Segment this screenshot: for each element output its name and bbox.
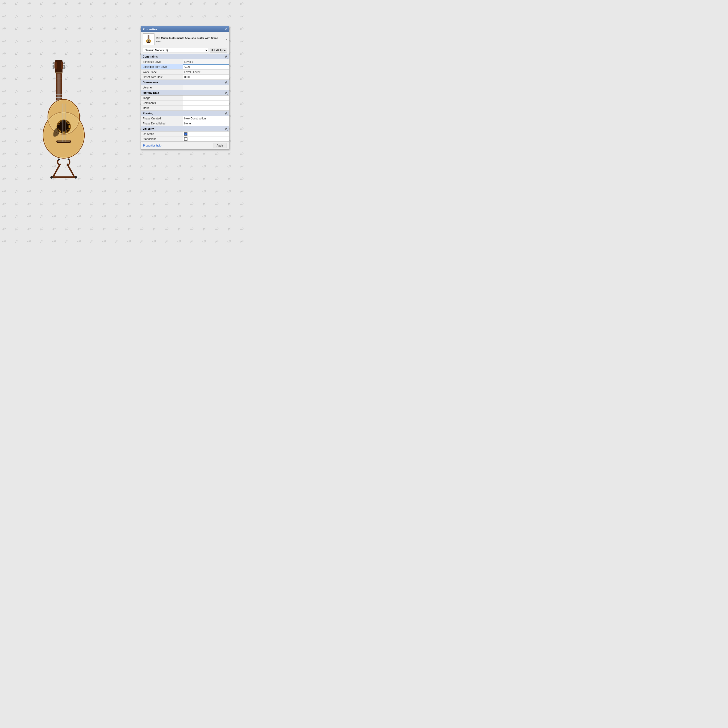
type-selector-area: RD_Music Instruments Acoustic Guitar wit… bbox=[141, 32, 229, 47]
mark-label: Mark bbox=[141, 106, 183, 110]
svg-line-52 bbox=[53, 164, 60, 177]
svg-point-7 bbox=[63, 65, 65, 67]
schedule-level-label: Schedule Level bbox=[141, 60, 183, 64]
schedule-level-row: Schedule Level Level 1 bbox=[141, 60, 229, 64]
phase-created-value: New Construction bbox=[183, 116, 229, 121]
apply-button[interactable]: Apply bbox=[213, 143, 227, 148]
on-stand-label: On Stand bbox=[141, 132, 183, 136]
svg-rect-2 bbox=[61, 62, 63, 69]
type-dropdown-arrow[interactable]: ▼ bbox=[225, 38, 227, 41]
edit-type-icon: ⊞ bbox=[211, 49, 214, 52]
svg-rect-61 bbox=[147, 42, 150, 43]
offset-from-host-value: 0.00 bbox=[183, 75, 229, 80]
panel-footer: Properties help Apply bbox=[141, 142, 229, 150]
identity-data-label: Identity Data bbox=[143, 91, 159, 95]
constraints-label: Constraints bbox=[143, 55, 158, 58]
properties-panel: Properties ✕ RD_Music Instruments Acoust… bbox=[141, 26, 229, 150]
guitar-svg bbox=[27, 57, 100, 184]
phasing-label: Phasing bbox=[143, 112, 153, 115]
volume-row: Volume bbox=[141, 85, 229, 90]
svg-point-5 bbox=[52, 67, 55, 69]
svg-point-6 bbox=[63, 62, 65, 64]
elevation-from-level-value[interactable]: 0.00 bbox=[183, 64, 229, 69]
svg-rect-51 bbox=[50, 176, 77, 178]
svg-rect-1 bbox=[54, 62, 57, 69]
image-value bbox=[183, 96, 229, 100]
svg-point-3 bbox=[52, 62, 55, 64]
phasing-section-header[interactable]: Phasing ⋀ bbox=[141, 110, 229, 116]
on-stand-value[interactable]: ✓ bbox=[183, 132, 229, 136]
constraints-collapse-icon[interactable]: ⋀ bbox=[225, 55, 227, 58]
type-thumbnail bbox=[143, 34, 154, 45]
volume-label: Volume bbox=[141, 85, 183, 90]
elevation-from-level-row: Elevation from Level 0.00 bbox=[141, 64, 229, 70]
image-label: Image bbox=[141, 96, 183, 100]
mark-value[interactable] bbox=[183, 106, 229, 110]
offset-from-host-label: Offset from Host bbox=[141, 75, 183, 80]
work-plane-row: Work Plane Level : Level 1 bbox=[141, 70, 229, 75]
type-name: RD_Music Instruments Acoustic Guitar wit… bbox=[156, 36, 223, 40]
on-stand-row: On Stand ✓ bbox=[141, 132, 229, 136]
svg-point-57 bbox=[67, 158, 70, 161]
phasing-collapse-icon[interactable]: ⋀ bbox=[225, 112, 227, 115]
properties-sections: Constraints ⋀ Schedule Level Level 1 Ele… bbox=[141, 54, 229, 142]
phase-demolished-row: Phase Demolished None bbox=[141, 121, 229, 126]
svg-point-54 bbox=[50, 176, 53, 179]
close-button[interactable]: ✕ bbox=[225, 28, 227, 31]
panel-titlebar: Properties ✕ bbox=[141, 26, 229, 32]
type-material: Wood bbox=[156, 40, 223, 43]
standalone-row: Standalone bbox=[141, 136, 229, 142]
identity-data-collapse-icon[interactable]: ⋀ bbox=[225, 91, 227, 95]
phase-created-row: Phase Created New Construction bbox=[141, 116, 229, 121]
standalone-value[interactable] bbox=[183, 136, 229, 141]
standalone-checkbox[interactable] bbox=[184, 138, 187, 141]
phase-demolished-label: Phase Demolished bbox=[141, 121, 183, 126]
work-plane-value: Level : Level 1 bbox=[183, 70, 229, 74]
comments-label: Comments bbox=[141, 101, 183, 106]
phase-created-label: Phase Created bbox=[141, 116, 183, 121]
offset-from-host-row: Offset from Host 0.00 bbox=[141, 75, 229, 80]
phase-demolished-value: None bbox=[183, 121, 229, 126]
schedule-level-value: Level 1 bbox=[183, 60, 229, 64]
visibility-section-header[interactable]: Visibility ⋀ bbox=[141, 126, 229, 132]
dimensions-collapse-icon[interactable]: ⋀ bbox=[225, 81, 227, 84]
standalone-label: Standalone bbox=[141, 136, 183, 141]
comments-value[interactable] bbox=[183, 101, 229, 106]
svg-point-4 bbox=[52, 65, 55, 67]
edit-type-label: Edit Type bbox=[214, 49, 226, 52]
svg-point-56 bbox=[58, 158, 60, 161]
edit-type-button[interactable]: ⊞ Edit Type bbox=[210, 48, 227, 53]
comments-row: Comments bbox=[141, 101, 229, 106]
svg-point-55 bbox=[75, 176, 77, 179]
image-row: Image bbox=[141, 96, 229, 101]
on-stand-checkbox[interactable]: ✓ bbox=[184, 132, 187, 136]
svg-point-8 bbox=[63, 67, 65, 69]
dimensions-label: Dimensions bbox=[143, 81, 158, 84]
svg-rect-41 bbox=[57, 142, 70, 143]
properties-help-link[interactable]: Properties help bbox=[143, 144, 162, 147]
mark-row: Mark bbox=[141, 106, 229, 110]
work-plane-label: Work Plane bbox=[141, 70, 183, 74]
category-dropdown[interactable]: Generic Models (1) bbox=[143, 48, 208, 53]
svg-rect-42 bbox=[57, 141, 70, 142]
constraints-section-header[interactable]: Constraints ⋀ bbox=[141, 54, 229, 60]
visibility-label: Visibility bbox=[143, 127, 154, 130]
dimensions-section-header[interactable]: Dimensions ⋀ bbox=[141, 80, 229, 85]
volume-value bbox=[183, 85, 229, 90]
panel-title: Properties bbox=[143, 28, 157, 31]
visibility-collapse-icon[interactable]: ⋀ bbox=[225, 127, 227, 131]
type-info: RD_Music Instruments Acoustic Guitar wit… bbox=[156, 36, 223, 43]
guitar-image-area bbox=[27, 57, 100, 184]
elevation-from-level-label: Elevation from Level bbox=[141, 64, 183, 69]
svg-line-53 bbox=[67, 164, 75, 177]
category-row: Generic Models (1) ⊞ Edit Type bbox=[141, 47, 229, 54]
identity-data-section-header[interactable]: Identity Data ⋀ bbox=[141, 90, 229, 96]
